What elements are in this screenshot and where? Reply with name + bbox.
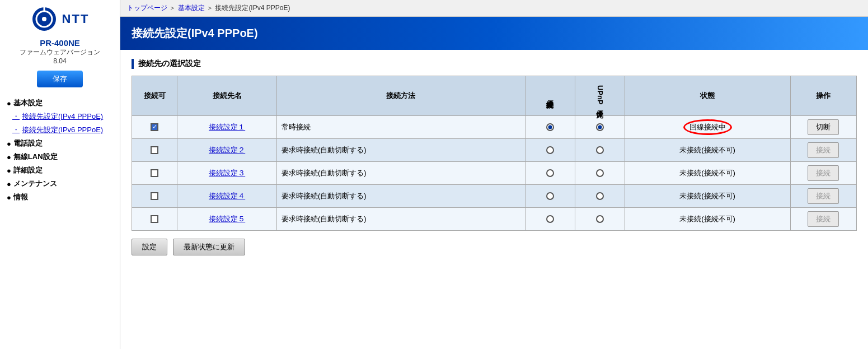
priority-radio-4[interactable]	[546, 215, 554, 223]
row-checkbox-4[interactable]	[151, 215, 158, 223]
sidebar-item-phone[interactable]: ● 電話設定	[4, 137, 115, 150]
connection-name-link-2[interactable]: 接続設定３	[209, 169, 245, 177]
breadcrumb-top-link[interactable]: トップページ	[127, 4, 167, 12]
section-label: 接続先の選択設定	[132, 59, 857, 69]
table-row: 接続設定２要求時接続(自動切断する)未接続(接続不可)接続	[132, 138, 857, 161]
nav-arrow-maintenance: ●	[7, 180, 11, 188]
connection-method-0: 常時接続	[276, 115, 525, 138]
action-button-4[interactable]: 接続	[808, 211, 839, 227]
connection-name-link-3[interactable]: 接続設定４	[209, 192, 245, 200]
priority-radio-2[interactable]	[546, 169, 554, 177]
status-cell-0: 回線接続中	[625, 115, 790, 138]
nav-arrow-detail: ●	[7, 166, 11, 175]
nav-arrow-wifi: ●	[7, 153, 11, 161]
nav-arrow-info: ●	[7, 193, 11, 202]
status-cell-4: 未接続(接続不可)	[625, 207, 790, 230]
th-priority: 優先接続	[525, 76, 575, 116]
ntt-brand-label: NTT	[62, 12, 90, 26]
firmware-version-label: ファームウェアバージョン 8.04	[20, 48, 100, 65]
nav-section: ● 基本設定 ・ 接続先設定(IPv4 PPPoE) ・ 接続先設定(IPv6 …	[0, 95, 120, 205]
action-button-0[interactable]: 切断	[808, 119, 839, 135]
priority-radio-1[interactable]	[546, 146, 554, 154]
row-checkbox-3[interactable]	[151, 192, 158, 200]
sidebar-item-detail[interactable]: ● 詳細設定	[4, 164, 115, 177]
priority-radio-0[interactable]	[546, 123, 554, 131]
nav-dot-ipv4: ・	[12, 111, 20, 122]
upnp-radio-2[interactable]	[596, 169, 604, 177]
set-button[interactable]: 設定	[132, 239, 167, 255]
page-title: 接続先設定(IPv4 PPPoE)	[120, 17, 868, 50]
th-status: 状態	[625, 76, 790, 116]
connection-method-4: 要求時接続(自動切断する)	[276, 207, 525, 230]
connection-method-3: 要求時接続(自動切断する)	[276, 184, 525, 207]
logo-area: NTT	[31, 6, 90, 32]
main-content: トップページ ＞ 基本設定 ＞ 接続先設定(IPv4 PPPoE) 接続先設定(…	[120, 0, 868, 349]
th-upnp: UPnP優先	[575, 76, 625, 116]
th-name: 接続先名	[177, 76, 277, 116]
status-cell-3: 未接続(接続不可)	[625, 184, 790, 207]
sidebar-item-wifi[interactable]: ● 無線LAN設定	[4, 150, 115, 164]
upnp-radio-4[interactable]	[596, 215, 604, 223]
sidebar-item-maintenance[interactable]: ● メンテナンス	[4, 177, 115, 190]
th-connectable: 接続可	[132, 76, 177, 116]
sidebar-item-ipv4[interactable]: ・ 接続先設定(IPv4 PPPoE)	[4, 110, 115, 123]
status-badge-0: 回線接続中	[683, 119, 732, 135]
th-action: 操作	[790, 76, 856, 116]
connection-name-link-1[interactable]: 接続設定２	[209, 146, 245, 154]
table-row: 接続設定１常時接続回線接続中切断	[132, 115, 857, 138]
device-name-label: PR-400NE	[40, 38, 80, 48]
connection-table: 接続可 接続先名 接続方法 優先接続 UPnP優先 状態	[132, 76, 857, 231]
table-row: 接続設定３要求時接続(自動切断する)未接続(接続不可)接続	[132, 161, 857, 184]
upnp-radio-1[interactable]	[596, 146, 604, 154]
nav-arrow-phone: ●	[7, 139, 11, 148]
bottom-buttons: 設定 最新状態に更新	[132, 239, 857, 255]
sidebar: NTT PR-400NE ファームウェアバージョン 8.04 保存 ● 基本設定…	[0, 0, 120, 349]
row-checkbox-1[interactable]	[151, 146, 158, 154]
action-button-1[interactable]: 接続	[808, 142, 839, 158]
ntt-logo-icon	[31, 6, 58, 32]
connection-name-link-4[interactable]: 接続設定５	[209, 215, 245, 223]
status-cell-2: 未接続(接続不可)	[625, 161, 790, 184]
connection-method-2: 要求時接続(自動切断する)	[276, 161, 525, 184]
svg-point-2	[42, 17, 46, 21]
status-cell-1: 未接続(接続不可)	[625, 138, 790, 161]
breadcrumb-basic-link[interactable]: 基本設定	[178, 4, 205, 12]
content-area: 接続先の選択設定 接続可 接続先名 接続方法 優先接続	[120, 50, 868, 264]
table-row: 接続設定５要求時接続(自動切断する)未接続(接続不可)接続	[132, 207, 857, 230]
breadcrumb-current: 接続先設定(IPv4 PPPoE)	[215, 4, 290, 12]
breadcrumb: トップページ ＞ 基本設定 ＞ 接続先設定(IPv4 PPPoE)	[120, 0, 868, 17]
connection-name-link-0[interactable]: 接続設定１	[209, 123, 245, 131]
action-button-3[interactable]: 接続	[808, 188, 839, 204]
nav-arrow-basic: ●	[7, 99, 11, 108]
connection-method-1: 要求時接続(自動切断する)	[276, 138, 525, 161]
action-button-2[interactable]: 接続	[808, 165, 839, 181]
upnp-radio-3[interactable]	[596, 192, 604, 200]
priority-radio-3[interactable]	[546, 192, 554, 200]
th-method: 接続方法	[276, 76, 525, 116]
row-checkbox-2[interactable]	[151, 169, 158, 177]
row-checkbox-0[interactable]	[151, 123, 158, 131]
table-row: 接続設定４要求時接続(自動切断する)未接続(接続不可)接続	[132, 184, 857, 207]
nav-dot-ipv6: ・	[12, 125, 20, 135]
sidebar-item-basic[interactable]: ● 基本設定	[4, 96, 115, 110]
refresh-button[interactable]: 最新状態に更新	[173, 239, 245, 255]
save-button[interactable]: 保存	[37, 71, 83, 87]
sidebar-item-info[interactable]: ● 情報	[4, 190, 115, 204]
upnp-radio-0[interactable]	[596, 123, 604, 131]
sidebar-item-ipv6[interactable]: ・ 接続先設定(IPv6 PPPoE)	[4, 123, 115, 137]
